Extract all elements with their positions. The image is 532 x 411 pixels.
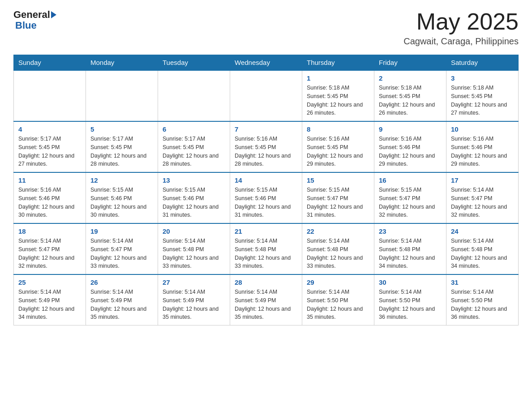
day-number: 1: [307, 74, 369, 82]
day-number: 27: [163, 278, 225, 286]
day-number: 22: [307, 227, 369, 235]
day-cell: 19Sunrise: 5:14 AMSunset: 5:47 PMDayligh…: [86, 223, 158, 274]
day-number: 19: [90, 227, 153, 235]
day-cell: 29Sunrise: 5:14 AMSunset: 5:50 PMDayligh…: [302, 274, 374, 325]
day-info: Sunrise: 5:17 AMSunset: 5:45 PMDaylight:…: [18, 135, 81, 168]
weekday-header-sunday: Sunday: [14, 55, 86, 71]
week-row-5: 25Sunrise: 5:14 AMSunset: 5:49 PMDayligh…: [14, 274, 519, 325]
day-info: Sunrise: 5:14 AMSunset: 5:48 PMDaylight:…: [235, 237, 297, 270]
day-info: Sunrise: 5:16 AMSunset: 5:45 PMDaylight:…: [235, 135, 297, 168]
day-info: Sunrise: 5:14 AMSunset: 5:49 PMDaylight:…: [18, 288, 81, 321]
day-info: Sunrise: 5:15 AMSunset: 5:46 PMDaylight:…: [90, 186, 153, 219]
month-title: May 2025: [403, 9, 519, 34]
day-info: Sunrise: 5:15 AMSunset: 5:46 PMDaylight:…: [235, 186, 297, 219]
day-number: 18: [18, 227, 81, 235]
day-number: 25: [18, 278, 81, 286]
day-info: Sunrise: 5:14 AMSunset: 5:48 PMDaylight:…: [163, 237, 225, 270]
day-info: Sunrise: 5:14 AMSunset: 5:48 PMDaylight:…: [307, 237, 369, 270]
day-cell: 21Sunrise: 5:14 AMSunset: 5:48 PMDayligh…: [230, 223, 302, 274]
day-cell: 2Sunrise: 5:18 AMSunset: 5:45 PMDaylight…: [374, 70, 446, 121]
day-cell: 8Sunrise: 5:16 AMSunset: 5:45 PMDaylight…: [302, 121, 374, 172]
day-cell: [230, 70, 302, 121]
day-info: Sunrise: 5:14 AMSunset: 5:47 PMDaylight:…: [90, 237, 153, 270]
day-cell: 16Sunrise: 5:15 AMSunset: 5:47 PMDayligh…: [374, 172, 446, 223]
weekday-header-thursday: Thursday: [302, 55, 374, 71]
page-header: General Blue May 2025 Cagwait, Caraga, P…: [13, 9, 519, 47]
day-number: 29: [307, 278, 369, 286]
day-cell: 5Sunrise: 5:17 AMSunset: 5:45 PMDaylight…: [86, 121, 158, 172]
week-row-2: 4Sunrise: 5:17 AMSunset: 5:45 PMDaylight…: [14, 121, 519, 172]
day-cell: 14Sunrise: 5:15 AMSunset: 5:46 PMDayligh…: [230, 172, 302, 223]
day-cell: 18Sunrise: 5:14 AMSunset: 5:47 PMDayligh…: [14, 223, 86, 274]
day-cell: 7Sunrise: 5:16 AMSunset: 5:45 PMDaylight…: [230, 121, 302, 172]
day-info: Sunrise: 5:15 AMSunset: 5:47 PMDaylight:…: [379, 186, 442, 219]
day-cell: 15Sunrise: 5:15 AMSunset: 5:47 PMDayligh…: [302, 172, 374, 223]
day-info: Sunrise: 5:15 AMSunset: 5:47 PMDaylight:…: [307, 186, 369, 219]
logo-blue-text: Blue: [13, 20, 37, 31]
day-number: 26: [90, 278, 153, 286]
weekday-header-wednesday: Wednesday: [230, 55, 302, 71]
day-cell: 3Sunrise: 5:18 AMSunset: 5:45 PMDaylight…: [446, 70, 519, 121]
day-info: Sunrise: 5:17 AMSunset: 5:45 PMDaylight:…: [90, 135, 153, 168]
day-number: 5: [90, 125, 153, 133]
day-info: Sunrise: 5:14 AMSunset: 5:50 PMDaylight:…: [379, 288, 442, 321]
day-info: Sunrise: 5:14 AMSunset: 5:48 PMDaylight:…: [379, 237, 442, 270]
weekday-header-row: SundayMondayTuesdayWednesdayThursdayFrid…: [14, 55, 519, 71]
day-number: 17: [451, 176, 514, 184]
day-number: 28: [235, 278, 297, 286]
day-cell: 31Sunrise: 5:14 AMSunset: 5:50 PMDayligh…: [446, 274, 519, 325]
location-title: Cagwait, Caraga, Philippines: [403, 36, 519, 47]
day-cell: 30Sunrise: 5:14 AMSunset: 5:50 PMDayligh…: [374, 274, 446, 325]
day-number: 13: [163, 176, 225, 184]
week-row-3: 11Sunrise: 5:16 AMSunset: 5:46 PMDayligh…: [14, 172, 519, 223]
day-number: 12: [90, 176, 153, 184]
day-cell: 28Sunrise: 5:14 AMSunset: 5:49 PMDayligh…: [230, 274, 302, 325]
day-info: Sunrise: 5:16 AMSunset: 5:46 PMDaylight:…: [451, 135, 514, 168]
day-number: 20: [163, 227, 225, 235]
day-info: Sunrise: 5:14 AMSunset: 5:49 PMDaylight:…: [163, 288, 225, 321]
day-info: Sunrise: 5:16 AMSunset: 5:46 PMDaylight:…: [379, 135, 442, 168]
day-number: 3: [451, 74, 514, 82]
weekday-header-monday: Monday: [86, 55, 158, 71]
day-cell: 1Sunrise: 5:18 AMSunset: 5:45 PMDaylight…: [302, 70, 374, 121]
day-number: 16: [379, 176, 442, 184]
day-cell: 20Sunrise: 5:14 AMSunset: 5:48 PMDayligh…: [158, 223, 230, 274]
day-cell: 13Sunrise: 5:15 AMSunset: 5:46 PMDayligh…: [158, 172, 230, 223]
day-info: Sunrise: 5:14 AMSunset: 5:49 PMDaylight:…: [235, 288, 297, 321]
day-number: 6: [163, 125, 225, 133]
day-cell: 4Sunrise: 5:17 AMSunset: 5:45 PMDaylight…: [14, 121, 86, 172]
logo: General Blue: [13, 9, 56, 31]
day-info: Sunrise: 5:14 AMSunset: 5:47 PMDaylight:…: [18, 237, 81, 270]
week-row-4: 18Sunrise: 5:14 AMSunset: 5:47 PMDayligh…: [14, 223, 519, 274]
day-info: Sunrise: 5:14 AMSunset: 5:50 PMDaylight:…: [307, 288, 369, 321]
day-number: 15: [307, 176, 369, 184]
day-cell: 23Sunrise: 5:14 AMSunset: 5:48 PMDayligh…: [374, 223, 446, 274]
weekday-header-friday: Friday: [374, 55, 446, 71]
day-info: Sunrise: 5:14 AMSunset: 5:48 PMDaylight:…: [451, 237, 514, 270]
day-info: Sunrise: 5:18 AMSunset: 5:45 PMDaylight:…: [307, 84, 369, 117]
day-info: Sunrise: 5:18 AMSunset: 5:45 PMDaylight:…: [379, 84, 442, 117]
title-block: May 2025 Cagwait, Caraga, Philippines: [403, 9, 519, 47]
day-cell: 27Sunrise: 5:14 AMSunset: 5:49 PMDayligh…: [158, 274, 230, 325]
day-info: Sunrise: 5:16 AMSunset: 5:46 PMDaylight:…: [18, 186, 81, 219]
logo-general-text: General: [13, 9, 50, 21]
day-cell: [14, 70, 86, 121]
day-cell: 22Sunrise: 5:14 AMSunset: 5:48 PMDayligh…: [302, 223, 374, 274]
day-number: 21: [235, 227, 297, 235]
day-number: 10: [451, 125, 514, 133]
day-cell: 11Sunrise: 5:16 AMSunset: 5:46 PMDayligh…: [14, 172, 86, 223]
logo-arrow-icon: [51, 11, 56, 18]
day-number: 11: [18, 176, 81, 184]
day-number: 30: [379, 278, 442, 286]
day-number: 24: [451, 227, 514, 235]
day-info: Sunrise: 5:14 AMSunset: 5:49 PMDaylight:…: [90, 288, 153, 321]
weekday-header-tuesday: Tuesday: [158, 55, 230, 71]
week-row-1: 1Sunrise: 5:18 AMSunset: 5:45 PMDaylight…: [14, 70, 519, 121]
day-info: Sunrise: 5:16 AMSunset: 5:45 PMDaylight:…: [307, 135, 369, 168]
day-cell: 9Sunrise: 5:16 AMSunset: 5:46 PMDaylight…: [374, 121, 446, 172]
day-info: Sunrise: 5:15 AMSunset: 5:46 PMDaylight:…: [163, 186, 225, 219]
weekday-header-saturday: Saturday: [446, 55, 519, 71]
day-number: 23: [379, 227, 442, 235]
day-number: 7: [235, 125, 297, 133]
day-number: 31: [451, 278, 514, 286]
